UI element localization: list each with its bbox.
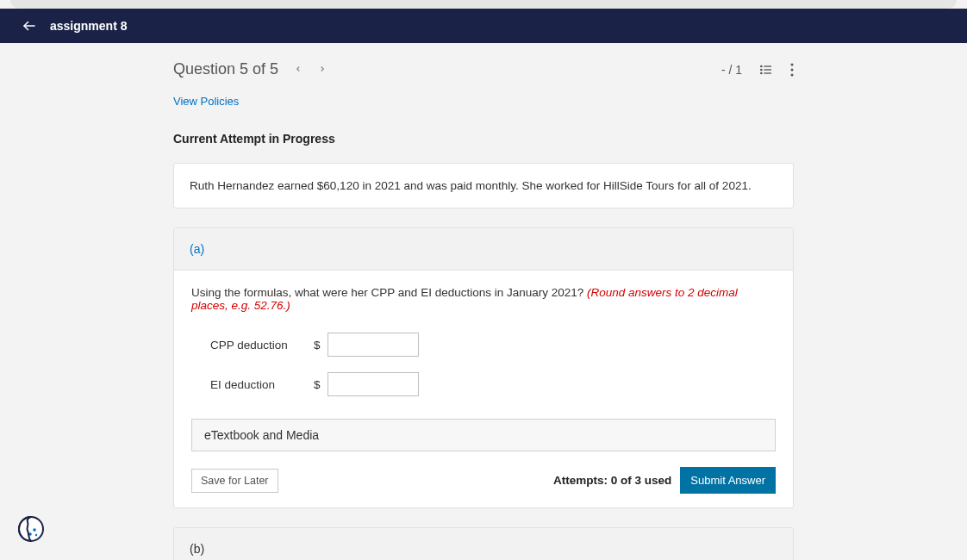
submit-answer-button[interactable]: Submit Answer xyxy=(680,467,776,494)
svg-point-13 xyxy=(35,534,37,536)
etextbook-media-toggle[interactable]: eTextbook and Media xyxy=(191,419,776,451)
assignment-header: assignment 8 xyxy=(0,9,967,43)
attempts-text: Attempts: 0 of 3 used xyxy=(553,474,671,487)
etextbook-media-label: eTextbook and Media xyxy=(204,428,319,442)
next-question-icon[interactable] xyxy=(318,63,327,77)
question-intro-text: Ruth Hernandez earned $60,120 in 2021 an… xyxy=(190,179,752,192)
question-counter: Question 5 of 5 xyxy=(173,60,278,78)
part-a-body: Using the formulas, what were her CPP an… xyxy=(174,271,793,507)
svg-point-7 xyxy=(791,63,794,65)
part-b-header: (b) The parts of this question must be c… xyxy=(174,528,793,560)
cookie-settings-icon[interactable] xyxy=(16,513,47,544)
svg-point-4 xyxy=(761,65,762,66)
cpp-row: CPP deduction $ xyxy=(191,333,776,357)
part-b-label: (b) xyxy=(190,542,777,556)
ei-label: EI deduction xyxy=(210,378,314,391)
question-score: - / 1 xyxy=(721,63,742,77)
attempt-status-label: Current Attempt in Progress xyxy=(173,132,794,146)
save-for-later-button[interactable]: Save for Later xyxy=(191,469,278,493)
cpp-currency: $ xyxy=(314,339,321,352)
prev-question-icon[interactable] xyxy=(294,63,303,77)
part-a-card: (a) Using the formulas, what were her CP… xyxy=(173,227,794,508)
svg-point-6 xyxy=(761,72,762,73)
part-a-footer: Save for Later Attempts: 0 of 3 used Sub… xyxy=(191,467,776,507)
part-b-card: (b) The parts of this question must be c… xyxy=(173,527,794,560)
browser-tab-strip xyxy=(10,0,957,9)
part-a-question-text: Using the formulas, what were her CPP an… xyxy=(191,286,587,299)
ei-input[interactable] xyxy=(328,372,419,396)
back-arrow-icon[interactable] xyxy=(21,17,38,34)
part-a-prompt: Using the formulas, what were her CPP an… xyxy=(191,286,776,312)
ei-row: EI deduction $ xyxy=(191,372,776,396)
question-intro-card: Ruth Hernandez earned $60,120 in 2021 an… xyxy=(173,163,794,208)
question-nav-arrows xyxy=(294,63,327,77)
question-nav-bar: Question 5 of 5 - / 1 xyxy=(173,60,794,78)
list-icon[interactable] xyxy=(759,63,773,77)
cpp-label: CPP deduction xyxy=(210,339,314,352)
ei-currency: $ xyxy=(314,378,321,391)
assignment-title: assignment 8 xyxy=(50,19,127,33)
kebab-menu-icon[interactable] xyxy=(790,63,794,77)
svg-point-11 xyxy=(33,528,36,532)
svg-point-9 xyxy=(791,73,794,76)
view-policies-link[interactable]: View Policies xyxy=(173,95,239,108)
svg-point-5 xyxy=(761,69,762,70)
cpp-input[interactable] xyxy=(328,333,419,357)
main-content: Question 5 of 5 - / 1 View Policies Curr… xyxy=(173,43,794,560)
svg-point-8 xyxy=(791,68,794,71)
question-bar-right: - / 1 xyxy=(721,63,794,77)
part-a-header: (a) xyxy=(174,228,793,271)
